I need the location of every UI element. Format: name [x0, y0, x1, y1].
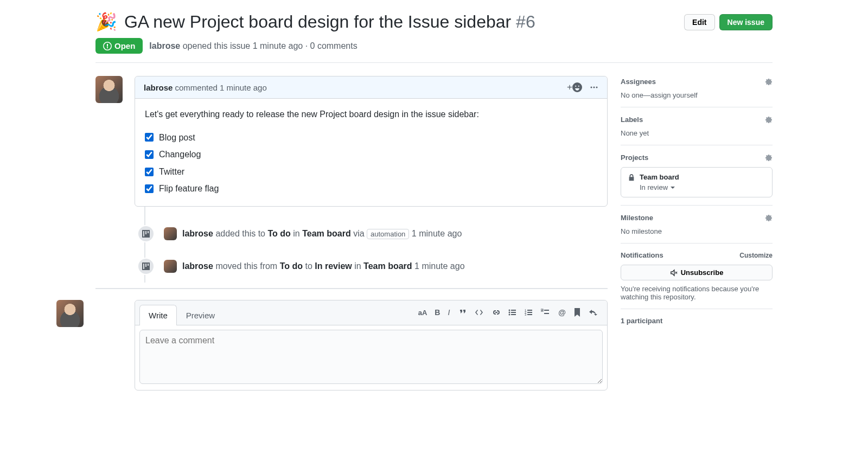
comment-action: commented 1 minute ago: [175, 83, 267, 92]
tab-preview[interactable]: Preview: [177, 305, 224, 325]
notifications-desc: You're receiving notifications because y…: [621, 285, 773, 301]
author-link[interactable]: labrose: [149, 41, 180, 50]
task-item: Twitter: [145, 163, 597, 181]
gear-icon[interactable]: [764, 153, 773, 162]
project-status-dropdown[interactable]: In review: [640, 183, 765, 191]
task-item: Blog post: [145, 129, 597, 146]
assign-yourself-link[interactable]: assign yourself: [650, 91, 698, 99]
project-icon: [137, 258, 155, 275]
svg-rect-14: [527, 314, 532, 315]
avatar[interactable]: [164, 227, 177, 240]
sidebar: Assignees No one—assign yourself Labels …: [621, 76, 773, 390]
issue-number: #6: [516, 12, 535, 31]
title-emoji: 🎉: [95, 12, 117, 31]
projects-section: Projects Team board In review: [621, 145, 773, 206]
timeline-divider: [95, 288, 608, 289]
title-text: GA new Project board design for the Issu…: [124, 12, 511, 31]
task-checkbox[interactable]: [145, 168, 154, 176]
code-icon[interactable]: [475, 308, 483, 317]
svg-point-3: [509, 310, 510, 311]
project-icon: [137, 225, 155, 242]
header-divider: [95, 62, 773, 63]
comment-author[interactable]: labrose: [144, 83, 173, 92]
projects-title: Projects: [621, 153, 648, 162]
gear-icon[interactable]: [764, 213, 773, 222]
task-item: Flip feature flag: [145, 180, 597, 197]
event-author[interactable]: labrose: [182, 261, 213, 271]
tab-write[interactable]: Write: [139, 305, 177, 325]
comment-intro: Let's get everything ready to release th…: [145, 107, 597, 121]
assignees-section: Assignees No one—assign yourself: [621, 76, 773, 107]
svg-point-1: [593, 87, 595, 88]
task-list: Blog post Changelog Twitter Flip feature…: [145, 129, 597, 197]
svg-point-0: [591, 87, 592, 88]
timeline-event-moved: labrose moved this from To do to In revi…: [135, 250, 608, 283]
board-link[interactable]: Team board: [363, 261, 412, 271]
reply-icon[interactable]: [589, 308, 597, 317]
comment-header: labrose commented 1 minute ago +: [135, 76, 607, 99]
unsubscribe-button[interactable]: Unsubscribe: [621, 265, 773, 280]
issue-open-icon: [103, 42, 112, 50]
mute-icon: [670, 269, 678, 277]
labels-body: None yet: [621, 129, 773, 137]
svg-point-2: [596, 87, 598, 88]
participants-title: 1 participant: [621, 317, 662, 325]
automation-tag[interactable]: automation: [367, 229, 409, 239]
labels-section: Labels None yet: [621, 107, 773, 145]
milestone-section: Milestone No milestone: [621, 206, 773, 244]
link-icon[interactable]: [491, 308, 500, 317]
project-card: Team board In review: [621, 167, 773, 197]
task-checkbox[interactable]: [145, 150, 154, 159]
comment: labrose commented 1 minute ago + Let's g…: [135, 76, 608, 207]
bold-icon[interactable]: B: [435, 308, 440, 317]
heading-icon[interactable]: aA: [418, 309, 427, 317]
kebab-icon[interactable]: [590, 83, 598, 92]
new-issue-button[interactable]: New issue: [719, 14, 773, 30]
timeline-event-added: labrose added this to To do in Team boar…: [135, 217, 608, 250]
gear-icon[interactable]: [764, 115, 773, 124]
bullet-list-icon[interactable]: [508, 308, 517, 317]
gear-icon[interactable]: [764, 77, 773, 86]
milestone-title: Milestone: [621, 214, 653, 222]
mention-icon[interactable]: @: [558, 308, 566, 317]
state-badge: Open: [95, 38, 143, 54]
milestone-body: No milestone: [621, 227, 773, 235]
notifications-title: Notifications: [621, 251, 663, 259]
opened-by: labrose opened this issue 1 minute ago ·…: [149, 41, 357, 51]
add-reaction-icon[interactable]: +: [567, 82, 582, 93]
svg-text:3: 3: [525, 313, 527, 316]
avatar[interactable]: [56, 300, 84, 327]
svg-rect-16: [544, 310, 549, 311]
board-link[interactable]: Team board: [302, 229, 351, 238]
task-checkbox[interactable]: [145, 133, 154, 142]
task-list-icon[interactable]: [541, 308, 550, 317]
svg-rect-10: [527, 310, 532, 311]
quote-icon[interactable]: [458, 308, 467, 317]
task-checkbox[interactable]: [145, 184, 154, 193]
event-author[interactable]: labrose: [182, 229, 213, 238]
md-toolbar: aA B I 123: [418, 308, 603, 321]
avatar[interactable]: [164, 260, 177, 273]
new-comment-form: Write Preview aA B I: [95, 300, 608, 390]
task-item: Changelog: [145, 146, 597, 163]
svg-rect-6: [511, 312, 516, 313]
issue-meta: Open labrose opened this issue 1 minute …: [95, 38, 773, 54]
labels-title: Labels: [621, 116, 643, 124]
edit-button[interactable]: Edit: [684, 14, 714, 30]
svg-rect-4: [511, 310, 516, 311]
svg-point-7: [509, 314, 510, 316]
state-text: Open: [114, 41, 135, 50]
assignees-title: Assignees: [621, 78, 656, 86]
customize-link[interactable]: Customize: [739, 252, 773, 259]
lock-icon: [628, 174, 635, 181]
issue-header: 🎉 GA new Project board design for the Is…: [95, 11, 773, 33]
number-list-icon[interactable]: 123: [525, 308, 533, 317]
project-name[interactable]: Team board: [640, 173, 679, 181]
avatar[interactable]: [95, 76, 123, 103]
comment-textarea[interactable]: [139, 330, 603, 384]
svg-point-5: [509, 312, 510, 313]
saved-reply-icon[interactable]: [573, 308, 581, 317]
italic-icon[interactable]: I: [448, 308, 450, 317]
issue-title: 🎉 GA new Project board design for the Is…: [95, 11, 684, 33]
notifications-section: Notifications Customize Unsubscribe You'…: [621, 244, 773, 309]
